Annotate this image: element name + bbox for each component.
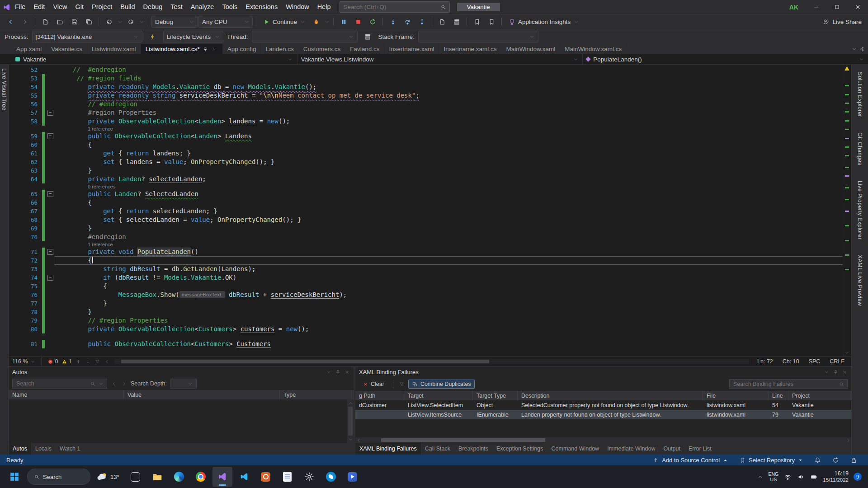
breakpoint-margin[interactable] — [9, 273, 16, 282]
taskbar-app-orange-app-icon[interactable] — [256, 467, 276, 487]
binding-failures-search-input[interactable] — [732, 380, 836, 388]
tool-tab-solution-explorer[interactable]: Solution Explorer — [857, 68, 863, 121]
breakpoint-margin[interactable] — [9, 149, 16, 158]
search-depth-dropdown[interactable] — [170, 379, 197, 389]
breakpoint-margin[interactable] — [9, 91, 16, 100]
new-file-icon[interactable] — [38, 16, 52, 28]
navigate-forward-icon[interactable] — [18, 16, 32, 28]
close-button[interactable] — [847, 0, 868, 14]
breakpoint-margin[interactable] — [9, 117, 16, 126]
code-text[interactable]: private void PopulateLanden() — [55, 248, 842, 256]
fold-margin[interactable] — [46, 216, 55, 224]
column-header-value[interactable]: Value — [124, 390, 280, 399]
account-initials[interactable]: AK — [789, 4, 798, 11]
code-line[interactable]: 65− public Landen? SelectedLanden — [9, 190, 842, 198]
battery-icon[interactable] — [810, 473, 818, 481]
fold-collapse-icon[interactable]: − — [47, 191, 53, 197]
tab-overflow-icon[interactable] — [851, 46, 857, 52]
fold-margin[interactable] — [46, 91, 55, 100]
menu-item-view[interactable]: View — [49, 0, 71, 14]
column-header-file[interactable]: File — [703, 391, 769, 400]
fold-collapse-icon[interactable]: − — [47, 133, 53, 139]
minimize-button[interactable] — [806, 0, 826, 14]
window-position-icon[interactable] — [326, 369, 332, 375]
show-output-icon[interactable] — [435, 16, 449, 28]
fold-margin[interactable] — [46, 325, 55, 333]
fold-margin[interactable]: − — [46, 108, 55, 117]
code-text[interactable]: public ObservableCollection<Landen> Land… — [55, 132, 842, 141]
tab-listwindow-xaml-cs[interactable]: Listwindow.xaml.cs* — [141, 44, 223, 54]
code-text[interactable]: { — [55, 198, 842, 207]
fold-collapse-icon[interactable]: − — [47, 110, 53, 116]
menu-item-help[interactable]: Help — [313, 0, 335, 14]
breakpoint-margin[interactable] — [9, 108, 16, 117]
code-text[interactable]: #endregion — [55, 233, 842, 241]
quick-search[interactable] — [340, 1, 450, 13]
code-editor[interactable]: 52 // #endregion53 // #region fields54 p… — [9, 65, 851, 357]
redo-dropdown-icon[interactable] — [138, 19, 145, 25]
tool-tab-exception-settings[interactable]: Exception Settings — [492, 443, 547, 455]
scrollbar-thumb[interactable] — [381, 438, 545, 442]
code-text[interactable]: // #region Properties — [55, 316, 842, 325]
taskbar-app-terminal-icon[interactable] — [126, 467, 146, 487]
wifi-icon[interactable] — [783, 473, 792, 481]
code-text[interactable]: get { return selectedLanden; } — [55, 207, 842, 216]
filter-icon[interactable] — [94, 358, 100, 365]
tool-tab-xaml-binding-failures[interactable]: XAML Binding Failures — [355, 443, 421, 455]
close-icon[interactable] — [344, 369, 350, 375]
tab-mainwindow-xaml-cs[interactable]: MainWindow.xaml.cs — [560, 44, 627, 54]
scrollbar-thumb[interactable] — [121, 360, 489, 363]
start-button[interactable] — [5, 467, 24, 487]
language-indicator[interactable]: ENG US — [769, 471, 779, 482]
tab-vakantie-cs[interactable]: Vakantie.cs — [47, 44, 87, 54]
hot-reload-dropdown-icon[interactable] — [324, 19, 330, 25]
breakpoint-margin[interactable] — [9, 166, 16, 175]
code-line[interactable]: 80 private ObservableCollection<Customer… — [9, 325, 842, 333]
fold-margin[interactable] — [46, 74, 55, 83]
tool-tab-call-stack[interactable]: Call Stack — [421, 443, 454, 455]
code-line[interactable]: 61 get { return landens; } — [9, 149, 842, 158]
search-forward-icon[interactable] — [121, 380, 127, 387]
code-text[interactable]: public Landen? SelectedLanden — [55, 190, 842, 198]
breakpoint-margin[interactable] — [9, 299, 16, 308]
code-line[interactable]: 58 private ObservableCollection<Landen> … — [9, 117, 842, 126]
menu-item-edit[interactable]: Edit — [29, 0, 49, 14]
fold-margin[interactable] — [46, 224, 55, 233]
stack-frames-icon[interactable] — [361, 31, 375, 42]
binding-failures-search-box[interactable] — [729, 379, 848, 389]
scroll-left-icon[interactable] — [355, 437, 362, 443]
tool-tab-locals[interactable]: Locals — [31, 443, 56, 455]
column-header-project[interactable]: Project — [788, 391, 851, 400]
tab-app-config[interactable]: App.config — [223, 44, 261, 54]
application-insights-button[interactable]: Application Insights — [505, 16, 582, 28]
fold-margin[interactable] — [46, 316, 55, 325]
autos-vertical-scrollbar[interactable] — [347, 399, 354, 443]
previous-bookmark-icon[interactable] — [485, 16, 498, 28]
break-all-icon[interactable] — [337, 16, 350, 28]
find-in-files-icon[interactable] — [450, 16, 463, 28]
pin-icon[interactable] — [335, 369, 341, 375]
volume-icon[interactable] — [797, 473, 805, 481]
code-text[interactable]: public ObservableCollection<Customers> C… — [55, 340, 842, 348]
menu-item-git[interactable]: Git — [71, 0, 88, 14]
column-header-target-type[interactable]: Target Type — [473, 391, 518, 400]
tab-insertname-xaml[interactable]: Insertname.xaml — [385, 44, 439, 54]
tool-tab-git-changes[interactable]: Git Changes — [857, 129, 863, 169]
hidden-icons-chevron-icon[interactable] — [757, 474, 764, 480]
tab-favland-cs[interactable]: Favland.cs — [345, 44, 384, 54]
code-line[interactable]: 73 string dbResult = db.GetLanden(Landen… — [9, 265, 842, 273]
breakpoint-margin[interactable] — [9, 340, 16, 348]
fold-margin[interactable] — [46, 256, 55, 265]
code-line[interactable]: 60 { — [9, 141, 842, 149]
save-icon[interactable] — [67, 16, 81, 28]
warning-count[interactable]: 1 — [61, 358, 72, 365]
fold-margin[interactable] — [46, 282, 55, 291]
type-dropdown[interactable]: Vakantie.Views.Listwindow — [297, 54, 583, 64]
fold-margin[interactable]: − — [46, 190, 55, 198]
code-text[interactable]: get { return landens; } — [55, 149, 842, 158]
navigate-back-icon[interactable] — [4, 16, 17, 28]
code-line[interactable]: 77 } — [9, 299, 842, 308]
codelens-references[interactable]: 0 references — [9, 183, 842, 190]
tool-tab-live-visual-tree[interactable]: Live Visual Tree — [1, 65, 7, 114]
fold-margin[interactable] — [46, 166, 55, 175]
